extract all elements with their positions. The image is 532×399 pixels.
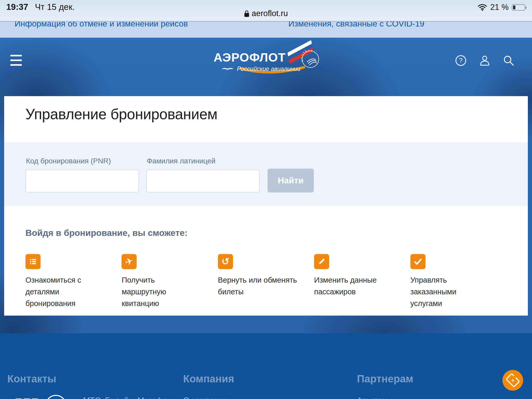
- logo-subtitle: Российские авиалинии: [237, 65, 301, 72]
- benefit-manage-services: Управлять заказанными услугами: [410, 254, 490, 309]
- surname-label: Фамилия латиницей: [147, 157, 260, 165]
- wifi-icon: [478, 4, 487, 11]
- manage-booking-card: Управление бронированием Код бронировани…: [4, 96, 528, 316]
- benefit-itinerary-receipt: ✈ Получить маршрутную квитанцию: [122, 254, 201, 309]
- status-time-date: 19:37Чт 15 дек.: [6, 2, 75, 12]
- benefit-label: Получить маршрутную квитанцию: [122, 274, 201, 309]
- benefits-heading: Войдя в бронирование, вы сможете:: [25, 228, 507, 238]
- pnr-input[interactable]: [25, 170, 139, 192]
- footer-contacts-heading: Контакты: [7, 373, 56, 385]
- notice-banner: Информация об отмене и изменении рейсов …: [0, 22, 532, 38]
- booking-search-form: Код бронирования (PNR) Фамилия латиницей…: [4, 142, 528, 206]
- page-title: Управление бронированием: [25, 105, 507, 123]
- covid-changes-link[interactable]: Изменения, связанные с COVID-19: [288, 22, 424, 29]
- benefit-edit-passengers: Изменить данные пассажиров: [314, 254, 394, 309]
- wings-icon: [221, 67, 234, 71]
- svg-text:SKYTEAM: SKYTEAM: [301, 50, 314, 62]
- site-footer: Контакты Компания Партнерам 555 МТС, Бил…: [0, 333, 532, 399]
- footer-phone: 555: [15, 395, 39, 399]
- menu-icon[interactable]: [10, 55, 22, 67]
- pnr-label: Код бронирования (PNR): [26, 157, 139, 165]
- list-icon: [25, 254, 41, 269]
- battery-percent: 21 %: [490, 3, 509, 12]
- benefit-label: Изменить данные пассажиров: [314, 274, 394, 298]
- url-text: aeroflot.ru: [252, 9, 288, 18]
- benefit-label: Ознакомиться с деталями бронирования: [25, 274, 105, 309]
- search-icon[interactable]: [503, 55, 514, 66]
- hero-section: АЭРОФЛОТ Российские авиалинии: [0, 38, 532, 333]
- svg-text:?: ?: [459, 57, 462, 64]
- help-icon[interactable]: ?: [455, 55, 467, 66]
- benefits-section: Войдя в бронирование, вы сможете: Ознако…: [4, 206, 528, 309]
- site-header: АЭРОФЛОТ Российские авиалинии: [4, 38, 528, 96]
- footer-operators: МТС, Билайн, Мегафон: [83, 396, 171, 399]
- benefit-return-exchange: ↺ Вернуть или обменять билеты: [218, 254, 297, 309]
- status-time: 19:37: [6, 2, 28, 12]
- find-button[interactable]: Найти: [268, 169, 314, 192]
- plane-ticket-icon: ✈: [122, 254, 137, 269]
- address-bar[interactable]: aeroflot.ru: [244, 9, 288, 18]
- profile-icon[interactable]: [479, 55, 490, 66]
- footer-about-link[interactable]: О компании: [183, 396, 228, 399]
- tickets-float-button[interactable]: ✈: [502, 370, 523, 391]
- benefit-label: Управлять заказанными услугами: [410, 274, 490, 309]
- status-date: Чт 15 дек.: [35, 2, 75, 12]
- footer-partners-heading: Партнерам: [357, 373, 413, 385]
- return-icon: ↺: [218, 254, 233, 269]
- benefit-label: Вернуть или обменять билеты: [218, 274, 297, 298]
- lock-icon: [244, 10, 249, 17]
- benefit-booking-details: Ознакомиться с деталями бронирования: [25, 254, 105, 309]
- operator-logo-icon: [45, 395, 66, 399]
- flight-changes-link[interactable]: Информация об отмене и изменении рейсов: [15, 22, 188, 29]
- footer-agents-link[interactable]: Агентам: [357, 396, 388, 399]
- status-bar: 19:37Чт 15 дек. 21 % aeroflot.ru: [0, 0, 532, 22]
- edit-icon: [314, 254, 329, 269]
- check-icon: [410, 254, 425, 269]
- surname-input[interactable]: [146, 170, 260, 192]
- ticket-icon: ✈: [506, 373, 520, 388]
- footer-company-heading: Компания: [183, 373, 234, 385]
- battery-icon: [512, 4, 525, 11]
